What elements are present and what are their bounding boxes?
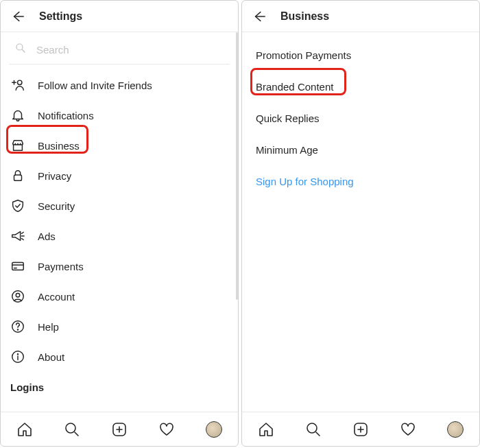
svg-point-5: [18, 80, 22, 84]
profile-avatar[interactable]: [206, 421, 222, 438]
svg-point-15: [17, 354, 18, 355]
search-input[interactable]: Search: [9, 38, 230, 64]
svg-point-13: [17, 329, 18, 330]
svg-rect-7: [12, 263, 24, 270]
svg-point-1: [16, 44, 23, 50]
tab-bar: [1, 412, 238, 446]
tab-bar: [242, 412, 479, 446]
profile-avatar[interactable]: [447, 421, 464, 438]
settings-header: Settings: [1, 1, 238, 32]
svg-point-11: [16, 293, 20, 297]
back-arrow-icon[interactable]: [10, 9, 25, 24]
business-item-minimum-age[interactable]: Minimum Age: [242, 134, 479, 165]
settings-item-help[interactable]: Help: [1, 311, 238, 342]
business-content: Promotion Payments Branded Content Quick…: [242, 32, 479, 412]
settings-item-label: Follow and Invite Friends: [38, 80, 152, 91]
business-item-quick-replies[interactable]: Quick Replies: [242, 102, 479, 134]
settings-item-label: Help: [38, 321, 59, 333]
settings-item-label: Payments: [38, 261, 84, 272]
settings-item-label: Notifications: [38, 110, 94, 121]
back-arrow-icon[interactable]: [252, 9, 267, 24]
settings-item-about[interactable]: About: [1, 342, 238, 372]
settings-item-label: Privacy: [38, 170, 71, 182]
bell-icon: [10, 108, 25, 123]
settings-item-label: Account: [38, 291, 75, 303]
storefront-icon: [10, 138, 25, 153]
search-tab-icon[interactable]: [305, 421, 322, 438]
search-icon: [14, 42, 27, 57]
settings-title: Settings: [39, 10, 82, 23]
settings-item-business[interactable]: Business: [1, 130, 238, 161]
business-header: Business: [242, 1, 479, 32]
settings-item-payments[interactable]: Payments: [1, 251, 238, 281]
help-icon: [10, 319, 25, 334]
search-placeholder: Search: [36, 44, 69, 56]
svg-line-24: [316, 432, 320, 436]
info-icon: [10, 349, 25, 364]
business-item-shopping-signup[interactable]: Sign Up for Shopping: [242, 165, 479, 197]
settings-item-notifications[interactable]: Notifications: [1, 100, 238, 130]
person-plus-icon: [10, 78, 25, 93]
business-item-branded-content[interactable]: Branded Content: [242, 71, 479, 102]
settings-item-privacy[interactable]: Privacy: [1, 161, 238, 191]
business-item-label: Promotion Payments: [256, 49, 351, 61]
settings-content: Search Follow and Invite Friends Notific…: [1, 32, 238, 412]
settings-item-security[interactable]: Security: [1, 191, 238, 221]
activity-heart-icon[interactable]: [158, 421, 175, 438]
home-icon[interactable]: [258, 421, 274, 438]
lock-icon: [10, 168, 25, 183]
business-screen: Business Promotion Payments Branded Cont…: [241, 0, 480, 447]
settings-list: Follow and Invite Friends Notifications …: [1, 67, 238, 397]
business-item-label: Sign Up for Shopping: [256, 176, 354, 187]
svg-point-23: [307, 423, 317, 433]
account-icon: [10, 289, 25, 304]
scrollbar[interactable]: [236, 32, 238, 300]
business-list: Promotion Payments Branded Content Quick…: [242, 32, 479, 197]
shield-check-icon: [10, 198, 25, 213]
svg-line-2: [22, 49, 25, 52]
settings-screen: Settings Search Follow and Invite Friend…: [0, 0, 239, 447]
card-icon: [10, 259, 25, 274]
settings-item-label: Business: [38, 140, 80, 152]
activity-heart-icon[interactable]: [400, 421, 416, 438]
settings-item-label: Ads: [38, 231, 56, 242]
logins-header: Logins: [1, 372, 238, 397]
business-item-label: Quick Replies: [256, 113, 320, 124]
business-item-promotion-payments[interactable]: Promotion Payments: [242, 39, 479, 71]
business-title: Business: [280, 10, 329, 23]
settings-item-invite[interactable]: Follow and Invite Friends: [1, 70, 238, 100]
svg-rect-6: [14, 175, 22, 180]
svg-point-17: [66, 423, 75, 433]
megaphone-icon: [10, 228, 25, 244]
new-post-icon[interactable]: [111, 421, 128, 438]
new-post-icon[interactable]: [352, 421, 369, 438]
home-icon[interactable]: [16, 421, 33, 438]
search-tab-icon[interactable]: [64, 421, 80, 438]
settings-item-ads[interactable]: Ads: [1, 221, 238, 251]
settings-item-account[interactable]: Account: [1, 281, 238, 311]
business-item-label: Branded Content: [256, 81, 333, 93]
business-item-label: Minimum Age: [256, 144, 318, 156]
settings-item-label: About: [38, 351, 64, 363]
settings-item-label: Security: [38, 200, 75, 212]
svg-line-18: [75, 432, 78, 436]
